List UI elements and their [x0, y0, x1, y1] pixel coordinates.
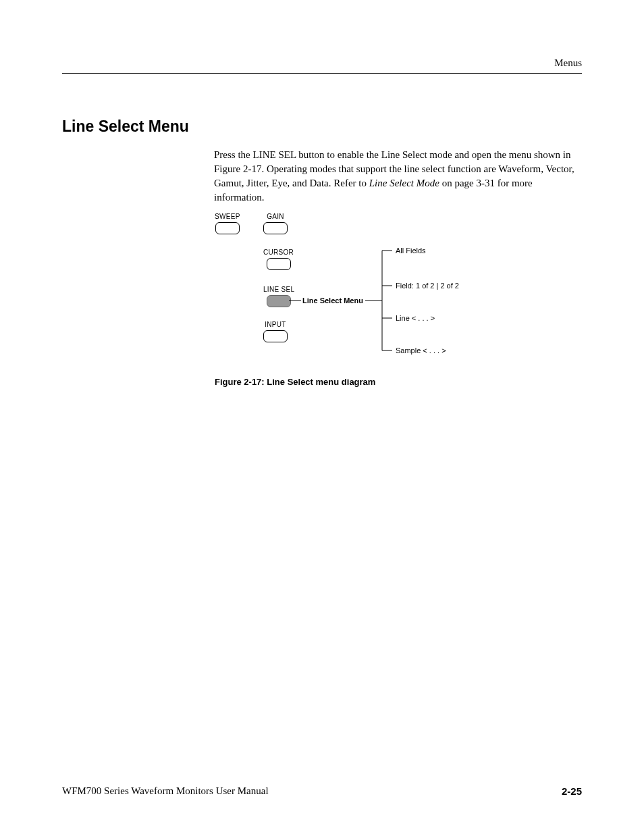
page-header: Menus: [62, 57, 582, 74]
footer-manual-title: WFM700 Series Waveform Monitors User Man…: [62, 785, 269, 797]
menu-title-label: Line Select Menu: [302, 296, 363, 305]
gain-label: GAIN: [263, 213, 288, 220]
linesel-label: LINE SEL: [263, 286, 294, 293]
header-section-label: Menus: [62, 57, 582, 69]
figure-caption: Figure 2-17: Line Select menu diagram: [215, 377, 375, 387]
input-button-icon: [263, 330, 288, 342]
body-text-italic: Line Select Mode: [369, 178, 439, 188]
cursor-button-icon: [267, 258, 291, 270]
cursor-button-group: CURSOR: [263, 249, 294, 273]
page-footer: WFM700 Series Waveform Monitors User Man…: [62, 785, 582, 797]
menu-item-all-fields: All Fields: [396, 246, 426, 255]
header-rule: [62, 73, 582, 74]
menu-item-sample: Sample < . . . >: [396, 346, 446, 355]
connector-line-to-menu: [289, 301, 302, 302]
sweep-button-icon: [215, 222, 240, 234]
menu-diagram: SWEEP GAIN CURSOR LINE SEL INPUT Line Se…: [215, 209, 512, 371]
cursor-label: CURSOR: [263, 249, 294, 256]
menu-item-line: Line < . . . >: [396, 314, 435, 322]
input-button-group: INPUT: [263, 321, 288, 345]
linesel-button-icon: [267, 295, 291, 307]
footer-page-number: 2-25: [562, 785, 582, 797]
input-label: INPUT: [263, 321, 288, 328]
sweep-label: SWEEP: [215, 213, 240, 220]
linesel-button-group: LINE SEL: [263, 286, 294, 310]
menu-item-field: Field: 1 of 2 | 2 of 2: [396, 282, 459, 290]
body-paragraph: Press the LINE SEL button to enable the …: [214, 148, 582, 205]
gain-button-group: GAIN: [263, 213, 288, 237]
menu-bracket: [365, 251, 392, 359]
section-title: Line Select Menu: [62, 118, 582, 136]
sweep-button-group: SWEEP: [215, 213, 240, 237]
gain-button-icon: [263, 222, 288, 234]
